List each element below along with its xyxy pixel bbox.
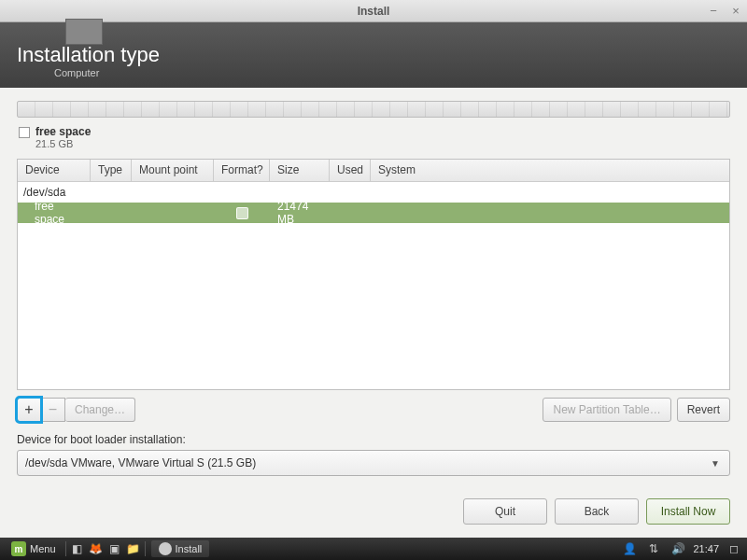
taskbar-task-install[interactable]: Install [151,540,210,557]
quit-button[interactable]: Quit [463,498,547,525]
freespace-name: free space [35,125,91,138]
task-label: Install [176,543,203,554]
th-device[interactable]: Device [18,160,91,181]
page-title: Installation type [17,43,730,67]
disk-usage-bar[interactable] [17,101,730,118]
show-desktop-icon[interactable]: ◧ [68,539,87,558]
th-system[interactable]: System [371,160,729,181]
install-now-button[interactable]: Install Now [646,498,730,525]
partition-table: Device Type Mount point Format? Size Use… [17,159,730,390]
disk-device-label: /dev/sda [23,186,65,199]
th-size[interactable]: Size [270,160,330,181]
install-task-icon [159,542,172,555]
th-used[interactable]: Used [330,160,371,181]
freespace-size: 21.5 GB [35,138,91,149]
cell-device: free space [18,200,91,226]
freespace-legend: free space 21.5 GB [19,125,730,149]
table-header-row: Device Type Mount point Format? Size Use… [18,160,729,182]
bootloader-device-value: /dev/sda VMware, VMware Virtual S (21.5 … [25,456,256,469]
back-button[interactable]: Back [555,498,639,525]
bootloader-device-dropdown[interactable]: /dev/sda VMware, VMware Virtual S (21.5 … [17,450,730,476]
remove-partition-button[interactable]: − [41,398,65,422]
table-body: /dev/sda free space 21474 MB [18,182,729,389]
window-title: Install [358,5,390,18]
menu-label: Menu [30,543,56,554]
cell-format [214,207,270,219]
volume-icon[interactable]: 🔊 [669,539,687,558]
terminal-icon[interactable]: ▣ [106,539,124,558]
format-checkbox[interactable] [236,207,248,219]
th-mount[interactable]: Mount point [132,160,214,181]
tray-icon[interactable]: ◻ [725,539,743,558]
window-titlebar: Install − × [0,0,747,22]
files-icon[interactable]: 📁 [124,539,143,558]
chevron-down-icon: ▼ [711,458,720,469]
revert-button[interactable]: Revert [677,398,730,422]
start-menu-button[interactable]: m Menu [4,539,63,558]
freespace-swatch [19,127,30,138]
firefox-icon[interactable]: 🦊 [87,539,106,558]
th-format[interactable]: Format? [214,160,270,181]
installer-header: Installation type Computer [0,22,747,88]
taskbar-separator [145,541,146,556]
table-row-disk[interactable]: /dev/sda [18,182,729,203]
minimize-button[interactable]: − [706,4,721,19]
bootloader-label: Device for boot loader installation: [17,433,730,446]
table-row-freespace[interactable]: free space 21474 MB [18,203,729,223]
page-subtitle: Computer [54,67,730,78]
add-partition-button[interactable]: + [17,398,41,422]
new-partition-table-button[interactable]: New Partition Table… [543,398,670,422]
change-partition-button[interactable]: Change… [65,398,135,422]
clock[interactable]: 21:47 [693,543,719,554]
network-icon[interactable]: ⇅ [644,539,663,558]
computer-icon [65,19,103,45]
footer-button-row: Quit Back Install Now [0,485,747,538]
taskbar-separator [65,541,66,556]
user-icon[interactable]: 👤 [620,539,639,558]
th-type[interactable]: Type [91,160,132,181]
close-button[interactable]: × [728,4,743,19]
mint-logo-icon: m [11,541,26,556]
taskbar: m Menu ◧ 🦊 ▣ 📁 Install 👤 ⇅ 🔊 21:47 ◻ [0,538,747,560]
cell-size: 21474 MB [270,200,330,226]
